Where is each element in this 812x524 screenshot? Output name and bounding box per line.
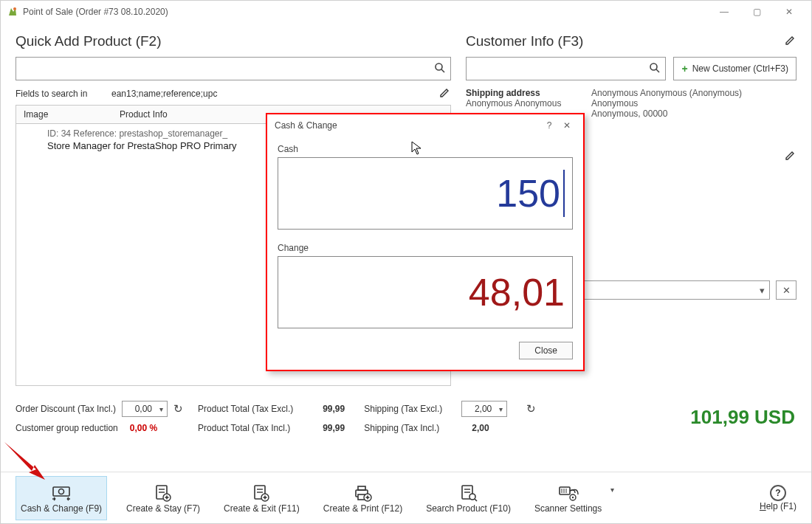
search-product-button[interactable]: Search Product (F10)	[422, 476, 515, 520]
order-discount-label: Order Discount (Tax Incl.)	[16, 404, 116, 414]
search-product-label: Search Product (F10)	[426, 503, 511, 514]
shipping-address-label: Shipping address	[466, 88, 540, 98]
chevron-down-icon: ▾	[155, 405, 167, 413]
svg-rect-30	[560, 487, 570, 494]
help-button[interactable]: ? Help (F1)	[760, 485, 796, 511]
search-icon[interactable]	[430, 62, 450, 76]
minimize-button[interactable]: —	[708, 1, 740, 22]
help-icon: ?	[770, 485, 786, 501]
close-window-button[interactable]: ✕	[773, 1, 805, 22]
prod-total-excl-label: Product Total (Tax Excl.)	[198, 404, 293, 414]
shipping-name: Anonymous Anonymous	[466, 98, 561, 108]
customer-search[interactable]	[466, 57, 666, 80]
customer-reduction-value: 0,00 %	[130, 423, 157, 433]
coupon-clear-button[interactable]: ✕	[776, 280, 796, 300]
new-customer-button[interactable]: + New Customer (Ctrl+F3)	[673, 57, 796, 80]
chevron-down-icon: ▾	[754, 285, 769, 296]
order-discount-combo[interactable]: 0,00 ▾	[122, 401, 168, 417]
dialog-title: Cash & Change	[275, 120, 337, 131]
edit-method-icon[interactable]	[785, 148, 796, 165]
change-label: Change	[278, 243, 573, 253]
create-exit-button[interactable]: Create & Exit (F11)	[219, 476, 304, 520]
reload-icon[interactable]: ↻	[173, 402, 183, 416]
cash-label: Cash	[278, 144, 573, 154]
document-search-icon	[459, 483, 478, 503]
svg-point-28	[469, 494, 475, 500]
cash-input[interactable]: 150	[278, 157, 573, 230]
printer-plus-icon	[352, 483, 373, 503]
svg-point-0	[13, 7, 16, 10]
dialog-help-icon[interactable]: ?	[540, 120, 558, 131]
svg-line-29	[475, 499, 477, 501]
create-print-button[interactable]: Create & Print (F12)	[319, 476, 407, 520]
edit-customer-icon[interactable]	[785, 33, 796, 49]
document-plus-icon	[154, 483, 173, 503]
scanner-settings-button[interactable]: Scanner Settings	[530, 476, 606, 520]
th-product-info: Product Info	[112, 109, 175, 120]
customer-info-title: Customer Info (F3)	[466, 33, 796, 49]
svg-point-3	[650, 63, 657, 70]
plus-icon: +	[681, 63, 687, 75]
chevron-down-icon: ▾	[495, 405, 506, 413]
shipping-excl-label: Shipping (Tax Excl.)	[364, 404, 442, 414]
dialog-close-button[interactable]: Close	[519, 342, 573, 359]
fields-label: Fields to search in	[16, 89, 111, 99]
svg-point-35	[571, 496, 573, 497]
new-customer-label: New Customer (Ctrl+F3)	[692, 63, 788, 74]
prod-total-excl-value: 99,99	[312, 404, 345, 414]
quick-add-input[interactable]	[16, 58, 430, 80]
create-stay-label: Create & Stay (F7)	[126, 503, 200, 514]
quick-add-search[interactable]	[16, 57, 451, 80]
scanner-dropdown-icon[interactable]: ▾	[610, 486, 614, 494]
grand-total: 101,99 USD	[690, 406, 795, 429]
cash-and-change-label: Cash & Change (F9)	[21, 503, 102, 514]
shipping-incl-label: Shipping (Tax Incl.)	[364, 423, 442, 433]
change-value: 48,01	[469, 270, 565, 314]
scanner-settings-label: Scanner Settings	[534, 503, 602, 514]
svg-line-4	[656, 69, 659, 72]
text-caret	[563, 170, 565, 217]
search-icon[interactable]	[644, 62, 665, 76]
shipping-excl-value: 2,00	[462, 404, 495, 414]
change-output: 48,01	[278, 256, 573, 328]
svg-point-6	[59, 489, 64, 494]
edit-fields-icon[interactable]	[439, 86, 451, 100]
svg-line-2	[441, 69, 444, 72]
cash-change-dialog: Cash & Change ? ✕ Cash 150 Change 48,01 …	[266, 113, 585, 371]
document-plus-icon	[252, 483, 271, 503]
customer-search-input[interactable]	[467, 58, 644, 80]
window-title: Point of Sale (Order #73 08.10.2020)	[23, 7, 168, 17]
svg-rect-20	[358, 486, 365, 490]
app-icon	[7, 6, 18, 18]
dialog-close-icon[interactable]: ✕	[558, 120, 576, 131]
pos-window: Point of Sale (Order #73 08.10.2020) — ▢…	[0, 0, 812, 524]
shipping-incl-value: 2,00	[461, 423, 507, 433]
mouse-cursor-icon	[411, 141, 423, 158]
create-exit-label: Create & Exit (F11)	[224, 503, 300, 514]
maximize-button[interactable]: ▢	[740, 1, 773, 22]
create-stay-button[interactable]: Create & Stay (F7)	[122, 476, 204, 520]
titlebar: Point of Sale (Order #73 08.10.2020) — ▢…	[1, 1, 811, 23]
annotation-arrow	[1, 438, 52, 485]
create-print-label: Create & Print (F12)	[323, 503, 402, 514]
cash-value: 150	[496, 171, 560, 216]
cash-icon	[51, 483, 72, 503]
shipping-address: Anonymous Anonymous (Anonymous) Anonymou…	[591, 88, 742, 119]
customer-reduction-label: Customer group reduction	[16, 423, 118, 433]
svg-point-1	[436, 63, 442, 70]
fields-value: ean13;name;reference;upc	[111, 89, 439, 99]
order-discount-value: 0,00	[123, 404, 155, 414]
prod-total-incl-label: Product Total (Tax Incl.)	[198, 423, 293, 433]
quick-add-title: Quick Add Product (F2)	[16, 33, 451, 49]
barcode-scanner-icon	[557, 483, 579, 503]
bottom-toolbar: Cash & Change (F9) Create & Stay (F7) Cr…	[1, 472, 811, 523]
reload-icon[interactable]: ↻	[526, 402, 536, 416]
prod-total-incl-value: 99,99	[312, 423, 345, 433]
th-image: Image	[16, 109, 112, 120]
shipping-excl-combo[interactable]: 2,00 ▾	[461, 401, 507, 417]
